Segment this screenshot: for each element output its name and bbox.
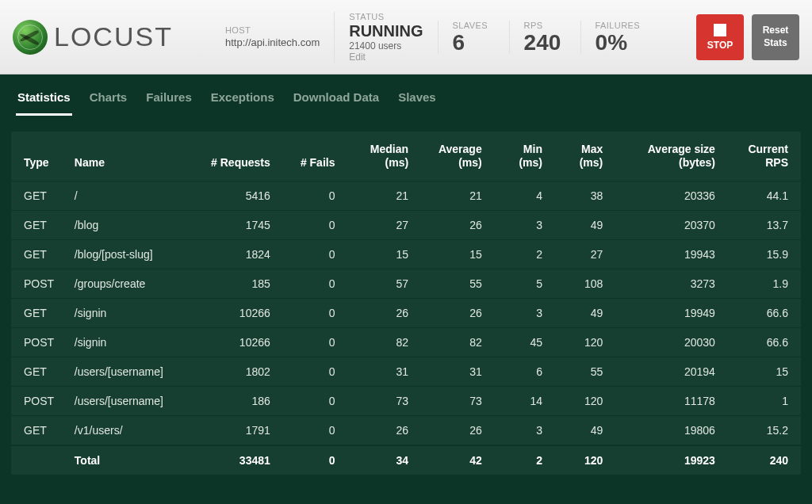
- edit-link[interactable]: Edit: [349, 52, 423, 63]
- cell-average: 55: [416, 269, 490, 298]
- cell-name: /signin: [67, 327, 196, 357]
- tab-exceptions[interactable]: Exceptions: [209, 86, 276, 116]
- col-median[interactable]: Median (ms): [343, 132, 416, 181]
- cell-type: GET: [11, 298, 67, 327]
- col-max[interactable]: Max (ms): [550, 132, 611, 181]
- cell-name: /blog: [67, 210, 196, 239]
- cell-fails: 0: [278, 415, 343, 445]
- cell-name: /signin: [67, 298, 196, 327]
- cell-size: 19943: [611, 239, 723, 269]
- cell-size: 20370: [611, 210, 723, 239]
- cell-average: 21: [416, 181, 490, 210]
- table-header-row: Type Name # Requests # Fails Median (ms)…: [11, 132, 801, 181]
- cell-min: 5: [490, 269, 550, 298]
- cell-size: 19923: [611, 445, 723, 475]
- cell-rps: 66.6: [723, 327, 801, 357]
- cell-rps: 240: [723, 445, 801, 475]
- col-type[interactable]: Type: [11, 132, 67, 181]
- failures-value: 0%: [596, 32, 640, 54]
- col-avg-size[interactable]: Average size (bytes): [611, 132, 723, 181]
- stop-icon: [714, 24, 726, 36]
- cell-min: 3: [490, 210, 550, 239]
- status-label: STATUS: [349, 12, 423, 21]
- table-row: POST/users/[username]1860737314120111781: [11, 386, 801, 415]
- cell-average: 26: [416, 210, 490, 239]
- cell-requests: 5416: [196, 181, 278, 210]
- cell-requests: 186: [196, 386, 278, 415]
- cell-max: 49: [550, 210, 611, 239]
- cell-name: /blog/[post-slug]: [67, 239, 196, 269]
- stop-button[interactable]: STOP: [696, 14, 744, 60]
- cell-type: GET: [11, 239, 67, 269]
- cell-max: 120: [550, 386, 611, 415]
- cell-name: /users/[username]: [67, 386, 196, 415]
- cell-max: 120: [550, 327, 611, 357]
- cell-rps: 44.1: [723, 181, 801, 210]
- cell-size: 20336: [611, 181, 723, 210]
- host-block: HOST http://api.initech.com: [211, 25, 334, 48]
- tab-charts[interactable]: Charts: [88, 86, 129, 116]
- cell-fails: 0: [278, 298, 343, 327]
- cell-fails: 0: [278, 239, 343, 269]
- cell-max: 27: [550, 239, 611, 269]
- reset-stats-button[interactable]: Reset Stats: [752, 14, 799, 60]
- cell-requests: 1824: [196, 239, 278, 269]
- tab-statistics[interactable]: Statistics: [16, 86, 72, 116]
- slaves-value: 6: [453, 32, 495, 54]
- cell-size: 3273: [611, 269, 723, 298]
- locust-logo-icon: [13, 20, 48, 55]
- tab-slaves[interactable]: Slaves: [396, 86, 438, 116]
- cell-name: /v1/users/: [67, 415, 196, 445]
- cell-median: 26: [343, 415, 416, 445]
- tab-download-data[interactable]: Download Data: [292, 86, 381, 116]
- cell-fails: 0: [278, 269, 343, 298]
- tab-failures[interactable]: Failures: [144, 86, 193, 116]
- top-header: LOCUST HOST http://api.initech.com STATU…: [0, 0, 812, 74]
- cell-fails: 0: [278, 210, 343, 239]
- cell-type: GET: [11, 357, 67, 386]
- col-requests[interactable]: # Requests: [196, 132, 278, 181]
- cell-type: POST: [11, 386, 67, 415]
- slaves-block: SLAVES 6: [438, 21, 509, 54]
- cell-fails: 0: [278, 386, 343, 415]
- cell-median: 21: [343, 181, 416, 210]
- cell-rps: 15.2: [723, 415, 801, 445]
- col-average[interactable]: Average (ms): [416, 132, 490, 181]
- table-row: GET/users/[username]1802031316552019415: [11, 357, 801, 386]
- col-current-rps[interactable]: Current RPS: [723, 132, 801, 181]
- cell-max: 120: [550, 445, 611, 475]
- table-row: POST/signin1026608282451202003066.6: [11, 327, 801, 357]
- cell-median: 82: [343, 327, 416, 357]
- cell-name: /groups/create: [67, 269, 196, 298]
- cell-type: POST: [11, 327, 67, 357]
- col-min[interactable]: Min (ms): [490, 132, 550, 181]
- cell-requests: 1791: [196, 415, 278, 445]
- cell-min: 6: [490, 357, 550, 386]
- cell-fails: 0: [278, 357, 343, 386]
- table-row: GET/blog/[post-slug]1824015152271994315.…: [11, 239, 801, 269]
- brand-name: LOCUST: [54, 21, 173, 52]
- cell-size: 19806: [611, 415, 723, 445]
- cell-average: 15: [416, 239, 490, 269]
- cell-average: 26: [416, 415, 490, 445]
- col-fails[interactable]: # Fails: [278, 132, 343, 181]
- status-value: RUNNING: [349, 23, 423, 40]
- cell-fails: 0: [278, 445, 343, 475]
- rps-value: 240: [524, 32, 566, 54]
- users-count: 21400 users: [349, 40, 423, 52]
- cell-median: 27: [343, 210, 416, 239]
- nav-tabs: Statistics Charts Failures Exceptions Do…: [0, 74, 812, 116]
- cell-min: 2: [490, 445, 550, 475]
- host-label: HOST: [225, 25, 320, 35]
- table-row: GET/blog1745027263492037013.7: [11, 210, 801, 239]
- cell-type: POST: [11, 269, 67, 298]
- col-name[interactable]: Name: [67, 132, 196, 181]
- table-row: GET/5416021214382033644.1: [11, 181, 801, 210]
- cell-max: 55: [550, 357, 611, 386]
- table-row: POST/groups/create18505755510832731.9: [11, 269, 801, 298]
- status-block: STATUS RUNNING 21400 users Edit: [334, 12, 437, 63]
- rps-label: RPS: [524, 21, 566, 30]
- cell-min: 4: [490, 181, 550, 210]
- table-total-row: Total3348103442212019923240: [11, 445, 801, 475]
- cell-max: 108: [550, 269, 611, 298]
